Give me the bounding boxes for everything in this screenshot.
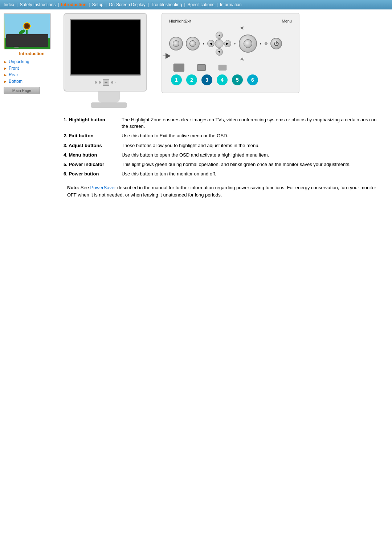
nav-setup[interactable]: Setup	[92, 2, 103, 7]
nav-sep-1: |	[16, 2, 17, 7]
monitor-bottom-row: ✛ ·	[70, 78, 141, 87]
menu-button[interactable]	[239, 35, 257, 53]
monitor-dot-label: ·	[115, 81, 116, 84]
rect-icon-2	[197, 64, 206, 71]
main-page-button[interactable]: Main Page	[4, 87, 40, 94]
asterisk-bottom: ✳	[169, 56, 292, 62]
table-row: 3. Adjust buttons These buttons allow yo…	[64, 141, 385, 150]
monitor-container: ✛ ·	[64, 13, 154, 108]
nav-safety[interactable]: Safety Instructions	[20, 2, 56, 7]
rect-icon-3	[219, 65, 226, 70]
num-circle-1[interactable]: 1	[171, 74, 182, 85]
nav-specifications[interactable]: Specifications	[188, 2, 215, 7]
nav-sep-6: |	[184, 2, 185, 7]
sidebar-nav-label-rear: Rear	[9, 72, 18, 77]
sidebar-nav-label-bottom: Bottom	[9, 79, 23, 84]
sidebar-nav-bottom[interactable]: ► Bottom	[4, 79, 60, 84]
svg-rect-11	[7, 41, 24, 46]
main-controls-row: ● ▲ ◀ ▶ ▼ ●	[169, 32, 292, 56]
nav-sep-5: |	[148, 2, 149, 7]
nav-index[interactable]: Index	[4, 2, 14, 7]
nav-troubleshooting[interactable]: Troubleshooting	[151, 2, 182, 7]
power-button[interactable]: ⏻	[270, 38, 282, 49]
sidebar-nav-unpacking[interactable]: ► Unpacking	[4, 59, 60, 64]
desc-label-5: 6. Power button	[64, 169, 122, 179]
nav-cross: ▲ ◀ ▶ ▼	[207, 32, 231, 56]
exit-button[interactable]	[186, 37, 200, 50]
control-panel: Highlight Exit Menu ✳	[162, 13, 299, 93]
highlight-button[interactable]	[169, 37, 183, 50]
nav-sep-7: |	[217, 2, 218, 7]
nav-sep-3: |	[89, 2, 90, 7]
desc-value-2: These buttons allow you to highlight and…	[122, 141, 385, 150]
desc-label-1: 2. Exit button	[64, 131, 122, 141]
power-saver-link[interactable]: PowerSaver	[90, 185, 116, 190]
nav-right-button[interactable]: ▶	[224, 40, 231, 47]
ctrl-dot-2: ●	[234, 42, 236, 45]
nav-introduction[interactable]: Introduction	[61, 2, 86, 7]
pointer-arrow-area	[163, 53, 171, 59]
sidebar-nav-front[interactable]: ► Front	[4, 66, 60, 71]
highlight-label: Highlight	[169, 19, 185, 23]
desc-value-1: Use this button to Exit the active menu …	[122, 131, 385, 141]
svg-point-8	[25, 24, 29, 28]
rect-icon-1	[173, 64, 184, 72]
desc-label-0: 1. Highlight button	[64, 115, 122, 131]
note-section: Note: See PowerSaver described in the ma…	[64, 184, 385, 198]
nav-osd[interactable]: On-Screen Display	[109, 2, 146, 7]
table-row: 1. Highlight button The Highlight Zone e…	[64, 115, 385, 131]
sidebar-nav-label-unpacking: Unpacking	[9, 59, 29, 64]
sidebar-nav-rear[interactable]: ► Rear	[4, 72, 60, 77]
note-see-text: See	[81, 185, 90, 190]
monitor-screen	[70, 19, 141, 76]
nav-down-button[interactable]: ▼	[216, 48, 223, 56]
num-circle-4[interactable]: 4	[217, 74, 228, 85]
num-circle-6[interactable]: 6	[247, 74, 258, 85]
table-row: 5. Power indicator This light glows gree…	[64, 160, 385, 169]
controls-labels-row: Highlight Exit Menu	[169, 19, 292, 23]
monitor-dot-1	[95, 81, 97, 84]
power-icon: ⏻	[274, 41, 279, 46]
table-row: 4. Menu button Use this button to open t…	[64, 150, 385, 160]
table-row: 6. Power button Use this button to turn …	[64, 169, 385, 179]
table-row: 2. Exit button Use this button to Exit t…	[64, 131, 385, 141]
arrow-icon-unpacking: ►	[4, 60, 7, 64]
nav-bar: Index | Safety Instructions | Introducti…	[0, 0, 392, 9]
num-circle-3[interactable]: 3	[201, 74, 212, 85]
svg-rect-1	[5, 38, 50, 49]
monitor-dot-2	[99, 81, 101, 84]
content-wrapper: Introduction ► Unpacking ► Front ► Rear …	[0, 9, 392, 202]
monitor-base	[91, 102, 127, 108]
arrow-icon-front: ►	[4, 66, 7, 70]
note-label: Note:	[67, 185, 79, 190]
desc-label-2: 3. Adjust buttons	[64, 141, 122, 150]
numbered-circles-row: 1 2 3 4 5 6	[169, 72, 292, 87]
asterisk-bottom-icon: ✳	[240, 56, 244, 62]
nav-sep-4: |	[106, 2, 107, 7]
monitor-cross-control: ✛	[103, 79, 109, 86]
menu-label: Menu	[260, 19, 292, 23]
nav-up-button[interactable]: ▲	[216, 32, 223, 39]
svg-rect-10	[6, 40, 25, 47]
nav-sep-2: |	[58, 2, 59, 7]
power-indicator-dot	[265, 42, 268, 45]
nav-left-button[interactable]: ◀	[207, 40, 215, 47]
num-circle-5[interactable]: 5	[232, 74, 243, 85]
descriptions-table: 1. Highlight button The Highlight Zone e…	[64, 115, 385, 179]
ctrl-dot-3: ●	[260, 42, 262, 45]
nav-information[interactable]: Information	[220, 2, 242, 7]
visual-area: ✛ · Highlight	[64, 13, 385, 108]
sidebar: Introduction ► Unpacking ► Front ► Rear …	[4, 13, 60, 198]
sidebar-nav-label-front: Front	[9, 66, 19, 71]
desc-label-4: 5. Power indicator	[64, 160, 122, 169]
icon-row	[169, 64, 292, 72]
desc-value-0: The Highlight Zone ensures clear images …	[122, 115, 385, 131]
nav-center-button[interactable]	[215, 39, 224, 48]
svg-rect-13	[14, 47, 19, 48]
num-circle-2[interactable]: 2	[186, 74, 197, 85]
ctrl-dot-1: ●	[203, 42, 204, 45]
asterisk-top: ✳	[169, 25, 292, 31]
nav-middle-row: ◀ ▶	[207, 39, 231, 48]
main-content: ✛ · Highlight	[60, 13, 388, 198]
desc-value-3: Use this button to open the OSD and acti…	[122, 150, 385, 160]
